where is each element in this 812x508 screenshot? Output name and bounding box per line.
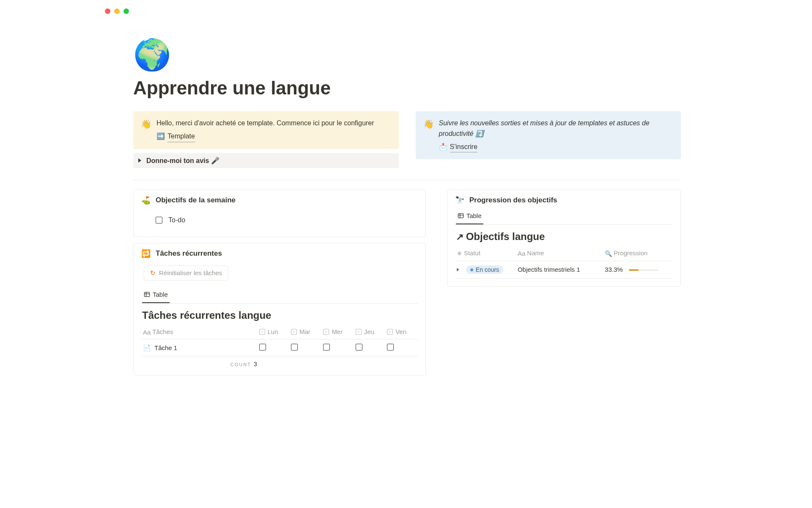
open-link-icon: ↗ [456, 232, 464, 242]
mail-icon: 📩 [439, 142, 447, 152]
subscribe-link[interactable]: S'inscrire [450, 142, 477, 153]
divider [133, 180, 681, 180]
repeat-icon: 🔁 [141, 250, 151, 257]
col-lun[interactable]: Lun [268, 328, 278, 335]
progress-percent: 33.3% [605, 266, 623, 273]
minimize-icon[interactable] [114, 8, 120, 14]
weekly-title: Objectifs de la semaine [156, 196, 236, 204]
page-emoji-icon[interactable]: 🌍 [133, 39, 681, 70]
recurring-db-title[interactable]: Tâches récurrentes langue [142, 309, 418, 321]
table-icon [144, 291, 150, 298]
recurring-tasks-card: 🔁 Tâches récurrentes ↻ Réinitialiser les… [133, 243, 426, 376]
feedback-label: Donne-moi ton avis 🎤 [146, 157, 219, 165]
tab-table[interactable]: Table [456, 210, 483, 224]
status-badge: En cours [466, 265, 503, 274]
checkbox-mer[interactable] [323, 344, 330, 351]
col-tasks[interactable]: Tâches [152, 328, 173, 335]
chevron-right-icon [138, 158, 141, 163]
status-icon: ✳ [457, 250, 462, 257]
col-name[interactable]: Name [527, 249, 544, 257]
table-icon [458, 213, 464, 219]
status-dot-icon [470, 268, 473, 271]
col-jeu[interactable]: Jeu [364, 328, 374, 335]
checkbox-icon: ✓ [259, 329, 265, 335]
maximize-icon[interactable] [123, 8, 129, 14]
flag-icon: ⛳ [141, 196, 151, 204]
reset-label: Réinitialiser les tâches [159, 269, 222, 276]
welcome-callout: 👋 Hello, merci d'avoir acheté ce templat… [133, 111, 399, 149]
wave-icon: 👋 [141, 118, 151, 142]
table-row[interactable]: En cours Objectifs trimestriels 1 33.3% [455, 261, 673, 279]
page-icon: 📄 [143, 344, 151, 351]
tab-label: Table [153, 291, 168, 298]
checkbox-icon: ✓ [356, 329, 362, 335]
todo-label: To-do [168, 216, 185, 224]
svg-rect-0 [144, 292, 149, 296]
weekly-objectives-card: ⛳ Objectifs de la semaine To-do [133, 190, 426, 237]
search-icon: 🔍 [605, 250, 612, 257]
tab-table[interactable]: Table [142, 288, 170, 303]
progress-table: ✳Statut AaName 🔍Progression [455, 246, 673, 279]
count-summary: COUNT3 [141, 361, 418, 367]
recurring-title: Tâches récurrentes [156, 249, 222, 258]
objective-name: Objectifs trimestriels 1 [516, 261, 603, 279]
col-status[interactable]: Statut [464, 249, 480, 257]
checkbox-jeu[interactable] [356, 344, 362, 351]
progress-title: Progression des objectifs [469, 196, 557, 204]
subscribe-text: Suivre les nouvelles sorties et mises à … [439, 118, 674, 139]
reset-tasks-button[interactable]: ↻ Réinitialiser les tâches [144, 265, 228, 281]
col-ven[interactable]: Ven [395, 328, 406, 335]
close-icon[interactable] [105, 8, 110, 14]
col-mer[interactable]: Mer [332, 328, 343, 335]
expand-icon[interactable] [457, 268, 459, 271]
page-title[interactable]: Apprendre une langue [133, 77, 681, 99]
text-icon: Aa [518, 250, 525, 257]
subscribe-callout: 👋 Suivre les nouvelles sorties et mises … [416, 111, 681, 159]
checkbox-icon[interactable] [156, 217, 162, 224]
binoculars-icon: 🔭 [455, 196, 464, 204]
checkbox-icon: ✓ [291, 329, 297, 335]
progress-bar [629, 269, 658, 271]
tab-label: Table [466, 212, 482, 219]
text-icon: Aa [143, 329, 151, 336]
progress-db-title[interactable]: ↗Objectifs langue [456, 231, 673, 243]
reload-icon: ↻ [150, 269, 156, 277]
svg-rect-3 [458, 213, 463, 218]
wave-icon: 👋 [423, 118, 434, 152]
todo-item[interactable]: To-do [141, 206, 418, 229]
checkbox-mar[interactable] [291, 344, 298, 351]
table-row[interactable]: 📄Tâche 1 [141, 340, 418, 356]
feedback-toggle[interactable]: Donne-moi ton avis 🎤 [133, 153, 399, 168]
task-name: Tâche 1 [154, 344, 177, 351]
arrow-icon: ➡️ [156, 131, 165, 142]
col-progression[interactable]: Progression [614, 249, 647, 257]
template-link[interactable]: Template [167, 131, 195, 142]
window-controls [93, 0, 719, 14]
checkbox-lun[interactable] [259, 344, 266, 351]
checkbox-icon: ✓ [387, 329, 393, 335]
checkbox-ven[interactable] [387, 344, 394, 351]
col-mar[interactable]: Mar [299, 328, 310, 335]
checkbox-icon: ✓ [323, 329, 329, 335]
welcome-text: Hello, merci d'avoir acheté ce template.… [156, 118, 391, 129]
recurring-table: AaTâches ✓Lun ✓Mar ✓Mer ✓Jeu ✓Ven 📄Tâche… [141, 325, 418, 357]
progress-card: 🔭 Progression des objectifs Table ↗Objec… [447, 190, 681, 287]
